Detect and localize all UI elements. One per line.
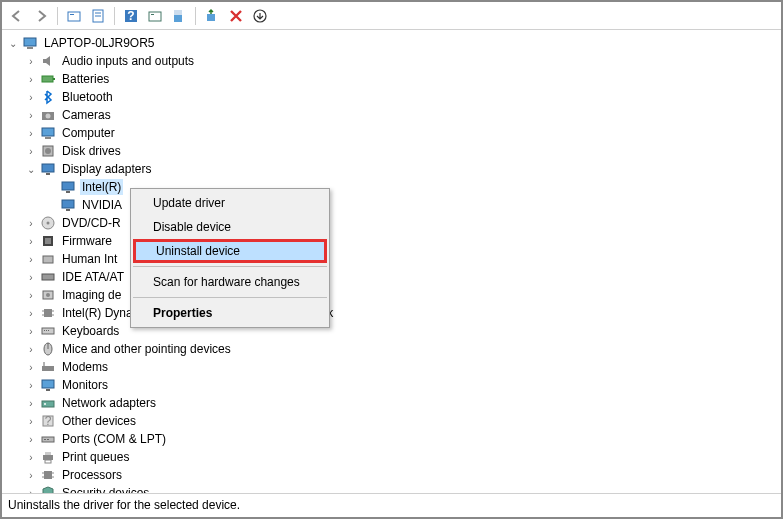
expander-icon[interactable]: ›: [24, 216, 38, 230]
expander-icon[interactable]: ›: [24, 288, 38, 302]
expander-icon[interactable]: ›: [24, 306, 38, 320]
tree-category[interactable]: ›Audio inputs and outputs: [2, 52, 781, 70]
tree-category[interactable]: ›Processors: [2, 466, 781, 484]
forward-button[interactable]: [30, 5, 52, 27]
security-icon: [40, 485, 56, 493]
expander-icon[interactable]: ›: [24, 468, 38, 482]
tree-category[interactable]: ›Disk drives: [2, 142, 781, 160]
svg-rect-9: [174, 15, 182, 22]
display-icon: [60, 179, 76, 195]
expander-icon[interactable]: ›: [24, 360, 38, 374]
tree-category[interactable]: ›IDE ATA/AT: [2, 268, 781, 286]
properties-button[interactable]: [87, 5, 109, 27]
tree-category[interactable]: ›Security devices: [2, 484, 781, 493]
expander-icon[interactable]: ›: [24, 432, 38, 446]
menu-item[interactable]: Properties: [133, 301, 327, 325]
more-button[interactable]: [249, 5, 271, 27]
svg-rect-7: [149, 12, 161, 21]
tree-category[interactable]: ›Imaging de: [2, 286, 781, 304]
svg-rect-20: [45, 137, 51, 139]
printer-icon: [40, 449, 56, 465]
svg-rect-32: [45, 238, 51, 244]
tree-device[interactable]: NVIDIA: [2, 196, 781, 214]
expander-icon[interactable]: ›: [24, 378, 38, 392]
expander-icon[interactable]: ›: [24, 252, 38, 266]
menu-item[interactable]: Scan for hardware changes: [133, 270, 327, 294]
tree-category[interactable]: ›Monitors: [2, 376, 781, 394]
tree-category[interactable]: ›Computer: [2, 124, 781, 142]
tree-category[interactable]: ›Cameras: [2, 106, 781, 124]
disk-icon: [40, 143, 56, 159]
expander-icon[interactable]: ›: [24, 54, 38, 68]
battery-icon: [40, 71, 56, 87]
tree-category[interactable]: ›Network adapters: [2, 394, 781, 412]
tree-category[interactable]: ›Modems: [2, 358, 781, 376]
category-label: DVD/CD-R: [60, 215, 123, 231]
firmware-icon: [40, 233, 56, 249]
tree-category[interactable]: ⌄Display adapters: [2, 160, 781, 178]
expander-icon[interactable]: ›: [24, 234, 38, 248]
svg-rect-44: [46, 330, 47, 331]
expander-icon[interactable]: ›: [24, 342, 38, 356]
svg-rect-37: [44, 309, 52, 317]
menu-item[interactable]: Disable device: [133, 215, 327, 239]
expander-icon[interactable]: ›: [24, 144, 38, 158]
device-label: NVIDIA: [80, 197, 124, 213]
uninstall-button[interactable]: [168, 5, 190, 27]
other-icon: ?: [40, 413, 56, 429]
expander-icon[interactable]: ›: [24, 72, 38, 86]
tree-device[interactable]: Intel(R): [2, 178, 781, 196]
keyboard-icon: [40, 323, 56, 339]
expander-icon[interactable]: ⌄: [24, 162, 38, 176]
svg-point-30: [47, 222, 50, 225]
svg-rect-45: [48, 330, 49, 331]
tree-category[interactable]: ›Ports (COM & LPT): [2, 430, 781, 448]
tree-category[interactable]: ›Keyboards: [2, 322, 781, 340]
expander-icon[interactable]: ›: [24, 90, 38, 104]
category-label: Security devices: [60, 485, 151, 493]
expander-icon[interactable]: ›: [24, 450, 38, 464]
category-label: Firmware: [60, 233, 114, 249]
svg-rect-15: [42, 76, 53, 82]
help-button[interactable]: ?: [120, 5, 142, 27]
svg-rect-24: [46, 173, 50, 175]
device-tree[interactable]: ⌄LAPTOP-0LJR9OR5›Audio inputs and output…: [2, 30, 781, 493]
tree-category[interactable]: ›Mice and other pointing devices: [2, 340, 781, 358]
update-button[interactable]: [144, 5, 166, 27]
svg-rect-28: [66, 209, 70, 211]
expander-icon[interactable]: ›: [24, 126, 38, 140]
expander-icon[interactable]: ›: [24, 270, 38, 284]
remove-button[interactable]: [225, 5, 247, 27]
computer-icon: [40, 125, 56, 141]
back-button[interactable]: [6, 5, 28, 27]
expander-icon[interactable]: ›: [24, 324, 38, 338]
tree-root[interactable]: ⌄LAPTOP-0LJR9OR5: [2, 34, 781, 52]
tree-category[interactable]: ›Bluetooth: [2, 88, 781, 106]
processor-icon: [40, 467, 56, 483]
camera-icon: [40, 107, 56, 123]
scan-button[interactable]: [201, 5, 223, 27]
show-hidden-button[interactable]: [63, 5, 85, 27]
svg-rect-43: [44, 330, 45, 331]
menu-item[interactable]: Uninstall device: [133, 239, 327, 263]
svg-rect-50: [46, 389, 50, 391]
expander-icon[interactable]: ›: [24, 396, 38, 410]
expander-icon[interactable]: ⌄: [6, 36, 20, 50]
tree-category[interactable]: ›Human Int: [2, 250, 781, 268]
category-label: Other devices: [60, 413, 138, 429]
expander-icon[interactable]: ›: [24, 486, 38, 493]
menu-item[interactable]: Update driver: [133, 191, 327, 215]
ide-icon: [40, 269, 56, 285]
expander-icon[interactable]: ›: [24, 414, 38, 428]
tree-category[interactable]: ›Batteries: [2, 70, 781, 88]
device-label: Intel(R): [80, 179, 123, 195]
root-label: LAPTOP-0LJR9OR5: [42, 35, 157, 51]
tree-category[interactable]: ›Firmware: [2, 232, 781, 250]
category-label: Imaging de: [60, 287, 123, 303]
tree-category[interactable]: ›Print queues: [2, 448, 781, 466]
category-label: Monitors: [60, 377, 110, 393]
tree-category[interactable]: ›?Other devices: [2, 412, 781, 430]
tree-category[interactable]: ›DVD/CD-R: [2, 214, 781, 232]
expander-icon[interactable]: ›: [24, 108, 38, 122]
tree-category[interactable]: ›Intel(R) Dynamic Platform and Thermal F…: [2, 304, 781, 322]
